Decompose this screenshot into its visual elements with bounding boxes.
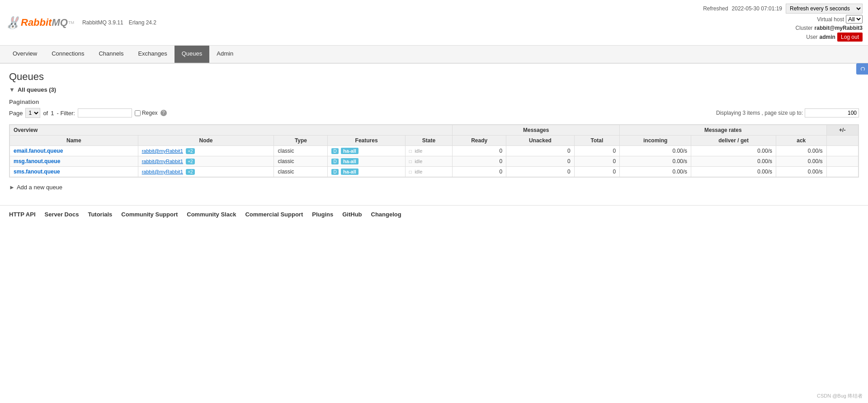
queues-table: Overview Messages Message rates +/- Name… [9, 125, 859, 177]
queues-table-wrap: Overview Messages Message rates +/- Name… [9, 124, 859, 178]
queue-name-link[interactable]: msg.fanout.queue [14, 158, 60, 164]
displaying-text: Displaying 3 items , page size up to: [716, 108, 859, 117]
erlang-version: Erlang 24.2 [129, 19, 156, 26]
queue-total: 0 [574, 156, 620, 167]
queue-name-cell: sms.fanout.queue [10, 167, 138, 177]
version-info: RabbitMQ 3.9.11 Erlang 24.2 [82, 19, 156, 26]
logo-icon: 🐰 [5, 16, 20, 30]
help-icon[interactable]: ? [160, 110, 167, 116]
queue-node-cell: rabbit@myRabbit1 +2 [138, 156, 274, 167]
queue-deliver-get: 0.00/s [691, 146, 776, 156]
refreshed-time: 2022-05-30 07:01:19 [732, 5, 782, 12]
col-extra [826, 136, 858, 146]
vhost-label: Virtual host [817, 16, 844, 23]
add-queue-section[interactable]: ► Add a new queue [9, 184, 859, 191]
footer-changelog[interactable]: Changelog [371, 211, 401, 218]
logo-tm: TM [68, 20, 74, 25]
footer-tutorials[interactable]: Tutorials [88, 211, 112, 218]
node-extra: +2 [186, 159, 194, 164]
col-features: Features [328, 136, 405, 146]
node-extra: +2 [186, 169, 194, 175]
footer-community-slack[interactable]: Community Slack [187, 211, 236, 218]
queue-extra [826, 167, 858, 177]
side-panel-text: C笔记 [859, 67, 866, 71]
logo-mq: MQ [52, 17, 67, 28]
node-extra: +2 [186, 148, 194, 154]
queue-name-link[interactable]: email.fanout.queue [14, 148, 63, 154]
cluster-label: Cluster [796, 25, 813, 31]
queue-unacked: 0 [506, 146, 574, 156]
collapse-arrow: ▼ [9, 86, 15, 93]
queue-ready: 0 [453, 167, 506, 177]
all-queues-header[interactable]: ▼ All queues (3) [9, 86, 859, 93]
filter-input[interactable] [78, 108, 132, 117]
header: 🐰 Rabbit MQ TM RabbitMQ 3.9.11 Erlang 24… [0, 0, 868, 46]
page-select[interactable]: 1 [25, 108, 40, 118]
filter-label: - Filter: [57, 110, 75, 117]
queue-incoming: 0.00/s [620, 156, 691, 167]
state-icon: □ [409, 159, 412, 164]
queue-node-cell: rabbit@myRabbit1 +2 [138, 167, 274, 177]
feature-d-badge: D [331, 169, 338, 175]
refreshed-label: Refreshed [703, 5, 728, 12]
queue-node-link[interactable]: rabbit@myRabbit1 [142, 148, 183, 154]
footer-github[interactable]: GitHub [342, 211, 362, 218]
table-row: sms.fanout.queue rabbit@myRabbit1 +2 cla… [10, 167, 859, 177]
user-value: admin [820, 34, 835, 40]
footer-community-support[interactable]: Community Support [121, 211, 178, 218]
queue-name-cell: msg.fanout.queue [10, 156, 138, 167]
footer-http-api[interactable]: HTTP API [9, 211, 36, 218]
nav-queues[interactable]: Queues [175, 46, 210, 63]
feature-d-badge: D [331, 148, 338, 154]
message-rates-group-header: Message rates [620, 125, 826, 136]
overview-group-header: Overview [10, 125, 453, 136]
cluster-row: Cluster rabbit@myRabbit3 [796, 25, 863, 31]
queue-name-link[interactable]: sms.fanout.queue [14, 169, 60, 175]
refresh-select[interactable]: Refresh every 5 seconds Refresh every 10… [786, 4, 863, 14]
add-queue-arrow: ► [9, 184, 15, 191]
all-queues-label: All queues (3) [18, 86, 56, 93]
nav-connections[interactable]: Connections [44, 46, 91, 63]
nav-overview[interactable]: Overview [5, 46, 44, 63]
queue-features-cell: D ha-all [328, 146, 405, 156]
regex-label: Regex [135, 110, 158, 116]
of-label: of [43, 110, 48, 117]
queue-state-cell: □ idle [405, 146, 452, 156]
footer-plugins[interactable]: Plugins [312, 211, 333, 218]
main-content: Queues ▼ All queues (3) Pagination Page … [0, 64, 868, 205]
logo: 🐰 Rabbit MQ TM [5, 16, 74, 30]
table-row: email.fanout.queue rabbit@myRabbit1 +2 c… [10, 146, 859, 156]
vhost-select[interactable]: All [846, 15, 863, 23]
pagination-section: Pagination Page 1 of 1 - Filter: Regex ?… [9, 98, 859, 118]
footer-server-docs[interactable]: Server Docs [45, 211, 79, 218]
regex-checkbox[interactable] [135, 110, 141, 116]
queue-unacked: 0 [506, 156, 574, 167]
logout-button[interactable]: Log out [837, 33, 863, 42]
feature-haall-badge: ha-all [341, 158, 359, 164]
nav-exchanges[interactable]: Exchanges [131, 46, 174, 63]
footer-commercial-support[interactable]: Commercial Support [245, 211, 303, 218]
side-panel[interactable]: C笔记 [856, 63, 868, 75]
queue-node-link[interactable]: rabbit@myRabbit1 [142, 169, 183, 174]
plus-minus-btn[interactable]: +/- [826, 125, 858, 136]
feature-haall-badge: ha-all [341, 148, 359, 154]
footer: HTTP API Server Docs Tutorials Community… [0, 205, 868, 223]
col-type: Type [274, 136, 328, 146]
queue-ack: 0.00/s [776, 146, 826, 156]
queue-rows: email.fanout.queue rabbit@myRabbit1 +2 c… [10, 146, 859, 177]
refresh-row: Refreshed 2022-05-30 07:01:19 Refresh ev… [703, 4, 863, 14]
queue-node-link[interactable]: rabbit@myRabbit1 [142, 159, 183, 164]
of-value: 1 [51, 110, 54, 117]
nav-channels[interactable]: Channels [91, 46, 131, 63]
queue-total: 0 [574, 167, 620, 177]
queue-extra [826, 156, 858, 167]
queue-state: idle [415, 159, 422, 164]
nav-admin[interactable]: Admin [209, 46, 241, 63]
cluster-value: rabbit@myRabbit3 [815, 25, 863, 31]
col-state: State [405, 136, 452, 146]
queue-state: idle [415, 169, 422, 174]
queue-ack: 0.00/s [776, 167, 826, 177]
queue-state-cell: □ idle [405, 156, 452, 167]
queue-incoming: 0.00/s [620, 146, 691, 156]
page-size-input[interactable] [805, 108, 859, 117]
